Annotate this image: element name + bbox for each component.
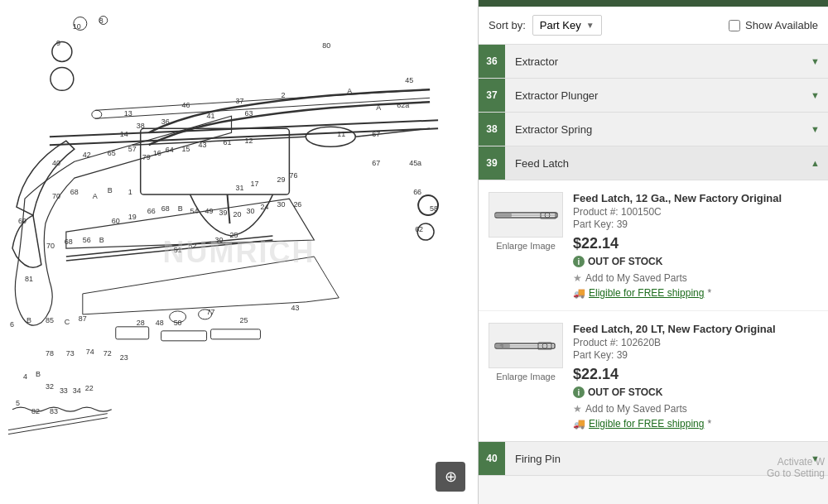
svg-text:17: 17 xyxy=(250,180,258,188)
gun-schematic-svg: 10 8 9 80 45 62a 45a 66 58 62 13 46 37 2… xyxy=(0,0,478,504)
svg-text:C: C xyxy=(65,318,70,326)
category-39[interactable]: 39 Feed Latch ▲ xyxy=(479,146,828,180)
svg-text:68: 68 xyxy=(161,204,170,213)
svg-text:72: 72 xyxy=(104,349,112,358)
stock-status-1: OUT OF STOCK xyxy=(588,386,662,398)
svg-text:11: 11 xyxy=(337,130,345,138)
svg-text:63: 63 xyxy=(244,109,253,118)
part-product-0: Product #: 100150C xyxy=(573,206,818,218)
svg-text:76: 76 xyxy=(289,171,297,180)
category-badge-39: 39 xyxy=(479,146,505,180)
svg-text:36: 36 xyxy=(161,118,170,126)
part-item-0: Enlarge Image Feed Latch, 12 Ga., New Fa… xyxy=(479,180,828,311)
svg-text:43: 43 xyxy=(291,304,299,312)
part-image-0 xyxy=(489,192,563,238)
svg-text:80: 80 xyxy=(322,41,330,50)
saved-parts-text-0: Add to My Saved Parts xyxy=(585,272,687,284)
enlarge-link-1[interactable]: Enlarge Image xyxy=(496,372,556,382)
parts-panel: Sort by: Part Key ▼ Show Available 36 Ex… xyxy=(479,0,828,504)
part-image-1 xyxy=(489,323,563,368)
category-38[interactable]: 38 Extractor Spring ▼ xyxy=(479,113,828,146)
sort-bar: Sort by: Part Key ▼ Show Available xyxy=(479,7,828,45)
info-icon-1: i xyxy=(573,386,585,398)
category-badge-38: 38 xyxy=(479,113,505,146)
category-40[interactable]: 40 Firing Pin ▼ xyxy=(479,442,828,476)
svg-text:73: 73 xyxy=(66,349,75,358)
svg-text:39: 39 xyxy=(219,209,228,217)
svg-text:45a: 45a xyxy=(409,159,421,167)
svg-text:30: 30 xyxy=(246,207,254,215)
part-name-1: Feed Latch, 20 LT, New Factory Original xyxy=(573,323,818,335)
star-icon-0: ★ xyxy=(573,272,582,284)
svg-text:22: 22 xyxy=(85,384,94,392)
svg-text:56: 56 xyxy=(83,236,91,244)
svg-text:6: 6 xyxy=(10,320,14,329)
svg-text:40: 40 xyxy=(52,159,60,167)
category-37[interactable]: 37 Extractor Plunger ▼ xyxy=(479,79,828,113)
svg-text:67: 67 xyxy=(372,159,380,167)
svg-text:62a: 62a xyxy=(397,101,409,109)
shipping-asterisk-1: * xyxy=(707,418,711,430)
svg-text:25: 25 xyxy=(230,231,238,239)
svg-text:48: 48 xyxy=(156,319,164,327)
saved-parts-link-1[interactable]: ★ Add to My Saved Parts xyxy=(573,403,818,415)
part-details-0: Feed Latch, 12 Ga., New Factory Original… xyxy=(573,192,818,299)
show-available-container[interactable]: Show Available xyxy=(729,19,818,31)
shipping-text-0: Eligible for FREE shipping xyxy=(589,287,704,299)
svg-text:23: 23 xyxy=(120,353,128,362)
svg-text:45: 45 xyxy=(405,76,413,84)
svg-text:20: 20 xyxy=(233,210,242,218)
enlarge-link-0[interactable]: Enlarge Image xyxy=(496,241,556,251)
schematic-panel: 10 8 9 80 45 62a 45a 66 58 62 13 46 37 2… xyxy=(0,0,479,504)
info-icon-0: i xyxy=(573,256,585,267)
shipping-link-0[interactable]: 🚚 Eligible for FREE shipping * xyxy=(573,287,818,299)
out-of-stock-1: i OUT OF STOCK xyxy=(573,386,818,398)
part-image-container-0: Enlarge Image xyxy=(489,192,563,299)
svg-text:B: B xyxy=(108,186,113,194)
expand-arrow-36: ▼ xyxy=(802,56,828,66)
zoom-icon: ⊕ xyxy=(445,468,457,486)
svg-text:B: B xyxy=(178,204,183,213)
part-price-1: $22.14 xyxy=(573,366,818,383)
svg-text:19: 19 xyxy=(128,213,137,221)
svg-text:46: 46 xyxy=(182,101,190,109)
svg-text:4: 4 xyxy=(23,372,27,381)
category-36[interactable]: 36 Extractor ▼ xyxy=(479,45,828,79)
svg-text:61: 61 xyxy=(224,138,232,146)
category-name-40: Firing Pin xyxy=(505,444,802,473)
part-image-container-1: Enlarge Image xyxy=(489,323,563,430)
svg-text:66: 66 xyxy=(413,188,421,196)
svg-text:29: 29 xyxy=(277,175,285,184)
zoom-button[interactable]: ⊕ xyxy=(436,462,465,492)
sort-select[interactable]: Part Key ▼ xyxy=(532,15,602,36)
saved-parts-link-0[interactable]: ★ Add to My Saved Parts xyxy=(573,272,818,284)
truck-icon-1: 🚚 xyxy=(573,418,585,430)
category-name-37: Extractor Plunger xyxy=(505,81,802,110)
show-available-checkbox[interactable] xyxy=(729,20,740,31)
truck-icon-0: 🚚 xyxy=(573,287,585,299)
svg-text:70: 70 xyxy=(46,242,55,250)
stock-status-0: OUT OF STOCK xyxy=(588,256,662,267)
svg-text:14: 14 xyxy=(120,130,128,138)
svg-text:12: 12 xyxy=(244,137,253,145)
svg-text:5: 5 xyxy=(16,399,20,407)
part-items-39: Enlarge Image Feed Latch, 12 Ga., New Fa… xyxy=(479,180,828,442)
svg-text:28: 28 xyxy=(137,319,145,327)
svg-text:66: 66 xyxy=(147,207,156,215)
expand-arrow-37: ▼ xyxy=(802,90,828,100)
sort-dropdown-arrow: ▼ xyxy=(586,21,595,30)
svg-text:41: 41 xyxy=(207,112,215,120)
svg-text:85: 85 xyxy=(46,316,54,324)
star-icon-1: ★ xyxy=(573,403,582,415)
shipping-text-1: Eligible for FREE shipping xyxy=(589,418,704,430)
svg-text:54: 54 xyxy=(190,207,199,215)
svg-text:B: B xyxy=(99,236,104,244)
expand-arrow-38: ▼ xyxy=(802,124,828,134)
category-badge-40: 40 xyxy=(479,442,505,475)
part-key-0: Part Key: 39 xyxy=(573,218,818,230)
svg-text:67: 67 xyxy=(372,130,380,138)
sort-label: Sort by: xyxy=(489,19,526,31)
svg-text:34: 34 xyxy=(73,386,81,395)
svg-text:81: 81 xyxy=(25,275,33,283)
shipping-link-1[interactable]: 🚚 Eligible for FREE shipping * xyxy=(573,418,818,430)
